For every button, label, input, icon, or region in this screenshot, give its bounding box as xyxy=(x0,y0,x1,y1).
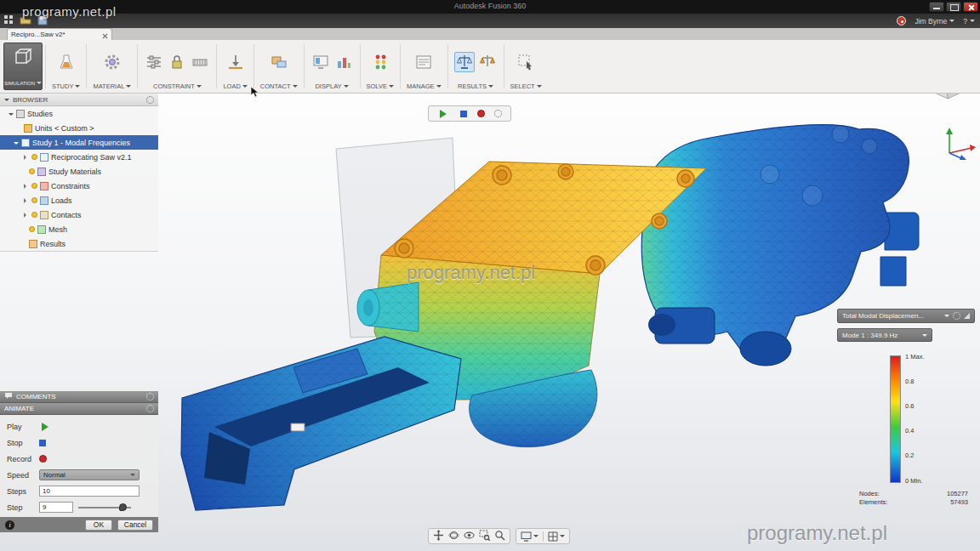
speed-value: Normal xyxy=(43,471,66,479)
expander-icon[interactable] xyxy=(24,198,29,203)
results-scale-icon[interactable] xyxy=(454,52,475,72)
document-tab[interactable]: Recipro...Saw v2* xyxy=(7,28,112,40)
speed-dropdown[interactable]: Normal xyxy=(39,469,140,480)
minimize-button[interactable] xyxy=(929,2,944,12)
contact-icon[interactable] xyxy=(269,52,289,72)
close-button[interactable] xyxy=(963,2,978,12)
step-input[interactable] xyxy=(39,502,73,513)
ribbon-group-label[interactable]: SOLVE xyxy=(367,82,394,90)
stop-icon[interactable] xyxy=(39,440,46,446)
user-menu[interactable]: Jim Byrne xyxy=(914,17,954,26)
notification-icon[interactable] xyxy=(897,16,906,26)
expander-icon[interactable] xyxy=(24,155,29,160)
gear-icon[interactable] xyxy=(146,405,154,412)
comments-header[interactable]: COMMENTS xyxy=(0,391,158,403)
model-front-arm[interactable] xyxy=(181,337,461,510)
view-cube[interactable]: FRONT xyxy=(920,94,975,111)
slider-handle-icon[interactable] xyxy=(119,503,127,511)
stop-icon[interactable] xyxy=(460,111,467,117)
maximize-button[interactable] xyxy=(946,2,961,12)
browser-header[interactable]: BROWSER xyxy=(0,94,158,106)
browser-item-contacts[interactable]: Contacts xyxy=(0,207,158,222)
workspace-switcher[interactable]: SIMULATION xyxy=(3,43,43,90)
browser-item-units[interactable]: Units < Custom > xyxy=(0,121,158,135)
browser-item-constraints[interactable]: Constraints xyxy=(0,179,158,193)
expander-icon[interactable] xyxy=(24,213,29,218)
orbit-icon[interactable] xyxy=(448,529,459,544)
browser-item-loads[interactable]: Loads xyxy=(0,193,158,207)
play-row: Play xyxy=(0,418,158,435)
materials-icon xyxy=(37,168,46,176)
steps-input[interactable] xyxy=(39,486,140,497)
expander-icon[interactable] xyxy=(14,142,19,147)
record-icon[interactable] xyxy=(477,110,485,117)
lock-constraint-icon[interactable] xyxy=(167,52,187,72)
ribbon-group-label[interactable]: RESULTS xyxy=(458,82,493,90)
play-icon[interactable] xyxy=(440,110,451,118)
material-icon[interactable] xyxy=(102,52,122,72)
visibility-bulb-icon[interactable] xyxy=(29,226,35,232)
gear-icon[interactable] xyxy=(146,96,154,104)
units-icon xyxy=(24,124,32,133)
result-type-dropdown[interactable]: Total Modal Displacemen... xyxy=(837,309,975,323)
play-icon[interactable] xyxy=(42,423,53,431)
expand-corner-icon[interactable] xyxy=(964,313,970,319)
contacts-icon xyxy=(40,211,48,219)
look-at-icon[interactable] xyxy=(464,529,475,544)
solve-icon[interactable] xyxy=(370,52,390,72)
comb-constraint-icon[interactable] xyxy=(190,52,210,72)
visibility-bulb-icon[interactable] xyxy=(31,183,37,189)
mode-dropdown[interactable]: Mode 1 : 349.9 Hz xyxy=(837,328,932,342)
display-settings-menu[interactable] xyxy=(521,531,538,542)
pan-icon[interactable] xyxy=(433,529,444,544)
browser-item-mesh[interactable]: Mesh xyxy=(0,222,158,236)
browser-item-results[interactable]: Results xyxy=(0,236,158,251)
record-icon[interactable] xyxy=(39,455,47,463)
visibility-bulb-icon[interactable] xyxy=(29,168,35,174)
load-icon[interactable] xyxy=(225,52,246,72)
step-slider[interactable] xyxy=(78,502,131,513)
ribbon-group-label[interactable]: SELECT xyxy=(510,82,542,90)
ribbon-group-label[interactable]: STUDY xyxy=(52,82,80,90)
ribbon-group-label[interactable]: DISPLAY xyxy=(315,82,348,90)
speed-label: Speed xyxy=(0,471,39,480)
display-chart-icon[interactable] xyxy=(333,52,354,72)
visibility-bulb-icon[interactable] xyxy=(31,154,37,160)
sliders-icon[interactable] xyxy=(144,52,164,72)
new-study-icon[interactable] xyxy=(56,52,77,72)
browser-item-studies[interactable]: Studies xyxy=(0,106,158,121)
elements-label: Elements: xyxy=(859,498,887,507)
browser-item-materials[interactable]: Study Materials xyxy=(0,164,158,179)
select-icon[interactable] xyxy=(516,52,536,72)
visibility-bulb-icon[interactable] xyxy=(31,212,37,218)
browser-item-model[interactable]: Reciprocating Saw v2.1 xyxy=(0,150,158,164)
info-icon[interactable]: i xyxy=(5,520,14,530)
browser-panel: BROWSER Studies Units < Custom > Study 1… xyxy=(0,94,158,252)
manage-icon[interactable] xyxy=(413,52,434,72)
ribbon-group-label[interactable]: MATERIAL xyxy=(93,82,131,90)
cancel-button[interactable]: Cancel xyxy=(117,520,153,531)
display-monitor-icon[interactable] xyxy=(311,52,331,72)
grid-settings-menu[interactable] xyxy=(548,531,565,542)
zoom-window-icon[interactable] xyxy=(479,529,490,544)
settings-gear-icon[interactable] xyxy=(494,110,502,117)
expander-icon[interactable] xyxy=(24,184,29,189)
results-icon xyxy=(29,240,37,248)
animate-title: ANIMATE xyxy=(4,405,34,412)
animate-header[interactable]: ANIMATE xyxy=(0,403,158,415)
browser-item-study1[interactable]: Study 1 - Modal Frequencies xyxy=(0,135,158,150)
visibility-bulb-icon[interactable] xyxy=(31,197,37,203)
help-menu[interactable]: ? xyxy=(963,17,975,26)
ribbon-group-label[interactable]: CONSTRAINT xyxy=(153,82,202,90)
zoom-icon[interactable] xyxy=(494,529,505,544)
results-compare-icon[interactable] xyxy=(477,52,498,72)
gear-icon[interactable] xyxy=(953,312,960,320)
ribbon-group-label[interactable]: MANAGE xyxy=(407,82,442,90)
gear-icon[interactable] xyxy=(146,393,154,400)
ribbon-group-label[interactable]: CONTACT xyxy=(260,82,298,90)
expander-icon[interactable] xyxy=(9,113,14,118)
ribbon-group-label[interactable]: LOAD xyxy=(223,82,247,90)
3d-viewport[interactable]: programy.net.pl programy.net.pl BROWSER … xyxy=(0,94,980,551)
ok-button[interactable]: OK xyxy=(85,520,112,531)
app-menu-icon[interactable] xyxy=(3,14,14,29)
